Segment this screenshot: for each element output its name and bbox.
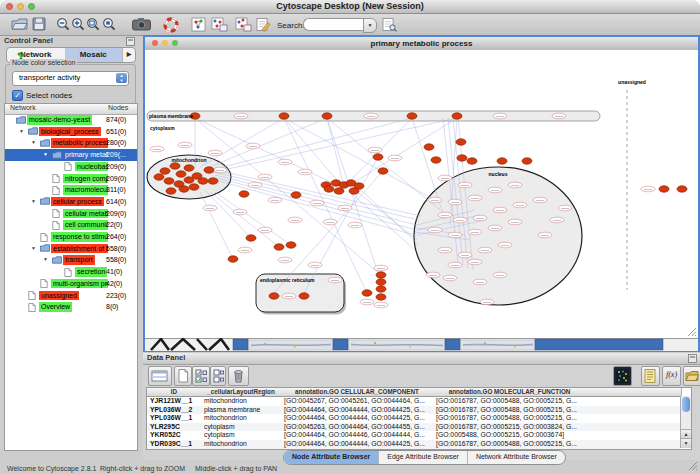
status-hint-zoom: Right-click + drag to ZOOM	[100, 465, 185, 472]
tree-row[interactable]: nitrogen compo209(0)	[5, 173, 137, 185]
network-tree-panel: Network Nodes mosaic-demo-yeast874(0)▼bi…	[4, 103, 138, 451]
zoom-selected-icon[interactable]	[102, 17, 116, 35]
table-mode-button[interactable]	[148, 366, 172, 386]
expand-arrow-icon[interactable]: ▼	[31, 139, 36, 145]
tree-item-label: biological_process	[39, 127, 101, 137]
folder-icon	[40, 244, 50, 253]
tree-item-node-count: 264(0)	[106, 232, 126, 242]
network-overlay-2-icon[interactable]	[211, 17, 228, 36]
table-row[interactable]: YPL036W__1mitochondrion[GO:0044464, GO:0…	[147, 414, 680, 423]
open-icon[interactable]	[11, 17, 28, 35]
folder-icon	[16, 116, 26, 125]
scrollbar-thumb[interactable]	[682, 397, 690, 412]
tree-item-label: establishment of lo	[51, 244, 108, 254]
tree-row[interactable]: unassigned223(0)	[5, 290, 137, 302]
tree-row[interactable]: multi-organism pro42(0)	[5, 278, 137, 290]
table-row[interactable]: YKR052Ccytoplasm[GO:0044464, GO:0044446,…	[147, 431, 680, 440]
help-lifesaver-icon[interactable]	[163, 17, 179, 37]
table-row[interactable]: YLR295Ccytoplasm[GO:0045263, GO:0044464,…	[147, 423, 680, 432]
tree-row[interactable]: secretion41(0)	[5, 266, 137, 278]
tree-item-label: primary metabo	[63, 150, 108, 160]
expand-arrow-icon[interactable]: ▼	[31, 198, 36, 204]
scroll-down-button[interactable]: ▼	[681, 438, 691, 448]
tree-row[interactable]: Overview8(0)	[5, 301, 137, 313]
search-options-icon[interactable]	[382, 17, 397, 36]
tree-item-label: multi-organism pro	[51, 279, 108, 289]
tree-row[interactable]: ▼establishment of lo558(0)	[5, 243, 137, 255]
tree-row[interactable]: ▼cellular process614(0)	[5, 196, 137, 208]
network-window-titlebar[interactable]: primary metabolic process	[145, 37, 698, 51]
expand-arrow-icon[interactable]: ▼	[19, 128, 24, 134]
table-cell: YDR039C__1	[147, 440, 201, 449]
new-document-button[interactable]	[174, 366, 192, 386]
matrix-view-button[interactable]	[613, 366, 632, 386]
tree-row[interactable]: cellular metabo209(0)	[5, 208, 137, 220]
tree-row[interactable]: response to stimulu264(0)	[5, 231, 137, 243]
network-overlay-3-icon[interactable]	[235, 17, 252, 36]
window-resize-grip[interactable]	[689, 462, 698, 472]
select-nodes-label: Select nodes	[26, 91, 72, 100]
snapshot-icon[interactable]	[132, 17, 151, 35]
select-nodes-checkbox[interactable]: ✓	[12, 90, 23, 101]
tree-item-label: transport	[63, 255, 95, 265]
attribute-table[interactable]: ID_cellularLayoutRegionannotation.GO CEL…	[146, 387, 692, 450]
tree-row[interactable]: cell communicat22(0)	[5, 219, 137, 231]
attribute-list-button[interactable]	[641, 366, 660, 386]
file-icon	[52, 209, 60, 219]
tree-row[interactable]: ▼transport558(0)	[5, 254, 137, 266]
table-row[interactable]: YDR039C__1mitochondrion[GO:0044464, GO:0…	[147, 440, 680, 449]
tree-row[interactable]: macromolecule311(0)	[5, 184, 137, 196]
tree-row[interactable]: nucleobase-209(0)	[5, 161, 137, 173]
zoom-in-icon[interactable]	[71, 17, 85, 35]
file-icon	[40, 279, 48, 289]
table-column-header[interactable]	[586, 388, 682, 397]
unselect-attributes-button[interactable]	[210, 366, 226, 386]
annotation-icon[interactable]	[256, 17, 271, 36]
table-column-header[interactable]: annotation.GO MOLECULAR_FUNCTION	[433, 388, 587, 397]
tree-row[interactable]: ▼biological_process651(0)	[5, 126, 137, 138]
expand-arrow-icon[interactable]: ▼	[43, 256, 48, 262]
table-column-header[interactable]: annotation.GO CELLULAR_COMPONENT	[281, 388, 434, 397]
data-panel: Data Panel f(x) ID_cellularLayoutRegiona…	[143, 353, 700, 460]
select-attributes-button[interactable]	[192, 366, 210, 386]
network-overlay-1-icon[interactable]	[191, 17, 206, 36]
table-scrollbar[interactable]: ▲ ▼	[680, 396, 691, 448]
tree-item-node-count: 311(0)	[106, 185, 126, 195]
cytoscape-window: Cytoscape Desktop (New Session) Search: …	[0, 0, 700, 474]
search-input[interactable]	[303, 18, 370, 31]
tree-row[interactable]: mosaic-demo-yeast874(0)	[5, 114, 137, 126]
folder-icon	[40, 197, 50, 206]
tree-item-label: response to stimulu	[51, 232, 108, 242]
tree-item-label: cell communicat	[63, 220, 108, 230]
tree-row[interactable]: ▼primary metabo209(...	[5, 149, 137, 161]
import-attributes-button[interactable]	[683, 366, 700, 386]
tree-item-label: cellular process	[51, 197, 104, 207]
table-column-header[interactable]: ID	[147, 388, 202, 397]
node-color-dropdown[interactable]: transporter activity ▲▼	[12, 71, 129, 86]
formula-builder-button[interactable]: f(x)	[662, 366, 681, 386]
tree-row[interactable]: ▼metabolic process280(0)	[5, 137, 137, 149]
delete-attribute-button[interactable]	[228, 366, 249, 386]
network-canvas[interactable]: plasma membranecytoplasmmitochondrionnuc…	[145, 50, 698, 337]
table-row[interactable]: YPL036W__2plasma membrane[GO:0044464, GO…	[147, 406, 680, 415]
tree-item-node-count: 8(0)	[106, 302, 118, 312]
table-cell: YJR121W__1	[147, 397, 201, 406]
table-cell: mitochondrion	[201, 414, 281, 423]
table-column-header[interactable]: _cellularLayoutRegion	[201, 388, 282, 397]
dropdown-stepper-icon: ▲▼	[116, 73, 127, 83]
zoom-out-icon[interactable]	[56, 17, 70, 35]
zoom-fit-icon[interactable]	[86, 17, 100, 35]
expand-arrow-icon[interactable]: ▼	[31, 245, 36, 251]
save-icon[interactable]	[32, 17, 46, 35]
table-cell: [GO:0016787, GO:0005488, GO:0005215, G..…	[433, 397, 586, 406]
tab-overflow-arrow[interactable]: ▶	[122, 48, 135, 62]
folder-icon	[52, 151, 62, 160]
tree-item-node-count: 209(...	[106, 150, 126, 160]
float-data-panel-icon[interactable]	[688, 354, 697, 365]
network-window: primary metabolic process plasma membran…	[143, 35, 700, 352]
expand-arrow-icon[interactable]: ▼	[43, 151, 48, 157]
window-title: Cytoscape Desktop (New Session)	[0, 0, 700, 13]
search-dropdown-arrow[interactable]: ▼	[363, 18, 377, 33]
svg-text:cytoplasm: cytoplasm	[150, 125, 175, 131]
table-row[interactable]: YJR121W__1mitochondrion[GO:0045267, GO:0…	[147, 397, 680, 406]
